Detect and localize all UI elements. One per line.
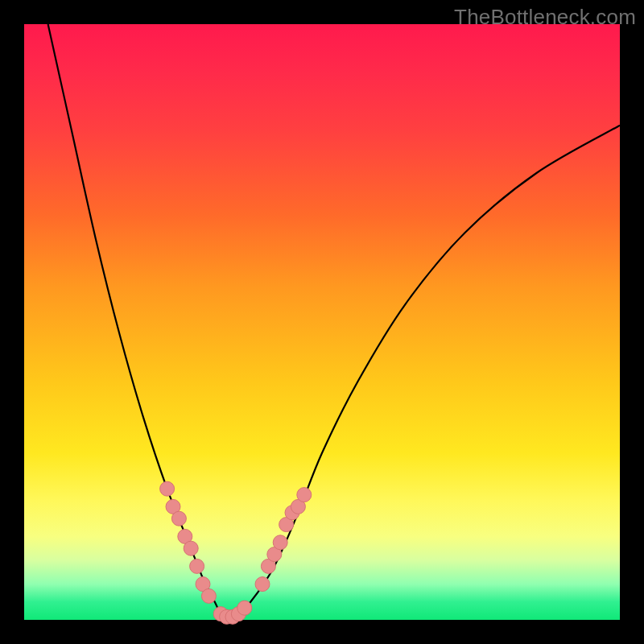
- plot-area: [24, 24, 620, 620]
- marker-dot: [190, 559, 204, 573]
- watermark-text: TheBottleneck.com: [454, 5, 636, 30]
- marker-dot: [171, 511, 186, 526]
- marker-dot: [201, 588, 216, 603]
- marker-dot: [273, 535, 287, 550]
- chart-frame: TheBottleneck.com: [0, 0, 644, 644]
- marker-dot: [255, 577, 270, 592]
- marker-dot: [297, 488, 312, 502]
- marker-dot: [237, 601, 252, 615]
- chart-svg: [24, 24, 620, 620]
- bottleneck-curve: [48, 24, 620, 621]
- marker-dot: [160, 481, 175, 496]
- marker-dot: [184, 541, 198, 555]
- highlight-points-group: [160, 481, 312, 624]
